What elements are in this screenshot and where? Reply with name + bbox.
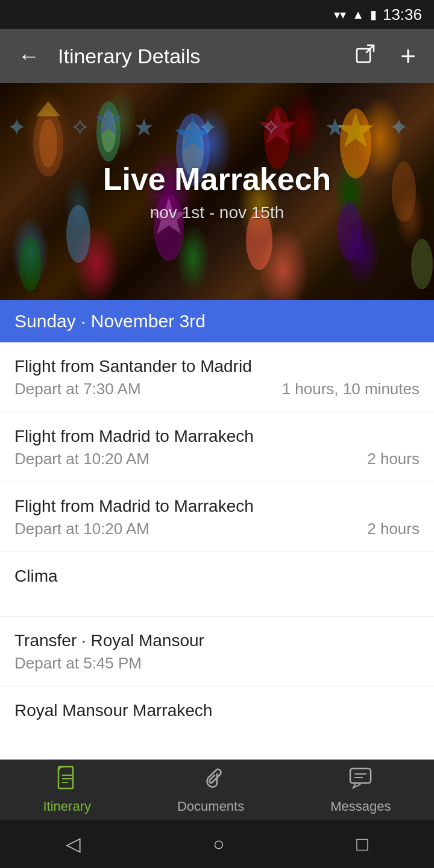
item-duration: 2 hours bbox=[367, 450, 420, 468]
tab-itinerary-label: Itinerary bbox=[43, 799, 90, 814]
svg-point-14 bbox=[66, 205, 90, 263]
list-item[interactable]: Flight from Madrid to Marrakech Depart a… bbox=[0, 412, 434, 482]
svg-point-12 bbox=[340, 108, 371, 178]
hero-title: Live Marrakech bbox=[103, 161, 332, 197]
hero-dates: nov 1st - nov 15th bbox=[103, 203, 332, 222]
item-subtitle: Depart at 5:45 PM bbox=[14, 654, 420, 673]
status-icons: ▾▾ ▲ ▮ 13:36 bbox=[334, 5, 422, 24]
item-title: Clima bbox=[14, 567, 420, 586]
item-subtitle: Depart at 7:30 AM 1 hours, 10 minutes bbox=[14, 380, 420, 398]
item-depart: Depart at 7:30 AM bbox=[14, 380, 141, 398]
list-item[interactable]: Flight from Santander to Madrid Depart a… bbox=[0, 342, 434, 412]
battery-icon: ▮ bbox=[370, 7, 377, 22]
wifi-icon: ▾▾ bbox=[334, 7, 346, 22]
list-item[interactable]: Clima bbox=[0, 552, 434, 617]
svg-rect-22 bbox=[58, 767, 73, 788]
messages-icon bbox=[348, 766, 373, 795]
list-item[interactable]: Royal Mansour Marrakech bbox=[0, 687, 434, 734]
hero-content: Live Marrakech nov 1st - nov 15th bbox=[103, 161, 332, 222]
item-duration: 1 hours, 10 minutes bbox=[282, 380, 420, 398]
item-title: Royal Mansour Marrakech bbox=[14, 701, 420, 720]
tab-messages-label: Messages bbox=[330, 799, 391, 814]
status-time: 13:36 bbox=[383, 5, 422, 24]
svg-marker-11 bbox=[259, 109, 295, 144]
tab-messages[interactable]: Messages bbox=[312, 760, 409, 820]
svg-point-19 bbox=[19, 237, 41, 291]
svg-point-21 bbox=[411, 239, 433, 289]
item-subtitle: Depart at 10:20 AM 2 hours bbox=[14, 520, 420, 538]
status-bar: ▾▾ ▲ ▮ 13:36 bbox=[0, 0, 434, 29]
item-title: Transfer · Royal Mansour bbox=[14, 631, 420, 650]
tab-documents[interactable]: Documents bbox=[159, 760, 262, 820]
itinerary-icon bbox=[56, 766, 78, 795]
export-button[interactable] bbox=[348, 37, 382, 76]
item-title: Flight from Madrid to Marrakech bbox=[14, 497, 420, 516]
date-header: Sunday · November 3rd bbox=[0, 300, 434, 342]
signal-icon: ▲ bbox=[352, 8, 364, 22]
system-recent-button[interactable]: □ bbox=[350, 827, 374, 861]
nav-bar: ← Itinerary Details + bbox=[0, 29, 434, 83]
svg-point-2 bbox=[39, 119, 57, 168]
item-subtitle: Depart at 10:20 AM 2 hours bbox=[14, 450, 420, 468]
system-back-button[interactable]: ◁ bbox=[60, 826, 87, 861]
tab-bar: Itinerary Documents Messages bbox=[0, 760, 434, 820]
tab-documents-label: Documents bbox=[177, 799, 244, 814]
svg-point-10 bbox=[264, 106, 291, 169]
page-title: Itinerary Details bbox=[58, 45, 336, 68]
add-button[interactable]: + bbox=[394, 35, 422, 77]
documents-icon bbox=[200, 766, 222, 795]
svg-marker-3 bbox=[36, 101, 60, 116]
item-depart: Depart at 5:45 PM bbox=[14, 654, 142, 673]
item-depart: Depart at 10:20 AM bbox=[14, 520, 149, 538]
list-item[interactable]: Flight from Madrid to Marrakech Depart a… bbox=[0, 482, 434, 552]
item-duration: 2 hours bbox=[367, 520, 420, 538]
system-nav-bar: ◁ ○ □ bbox=[0, 820, 434, 868]
hero-image: Live Marrakech nov 1st - nov 15th bbox=[0, 83, 434, 300]
item-depart: Depart at 10:20 AM bbox=[14, 450, 149, 468]
list-item[interactable]: Transfer · Royal Mansour Depart at 5:45 … bbox=[0, 617, 434, 687]
svg-point-18 bbox=[338, 202, 362, 260]
date-header-label: Sunday · November 3rd bbox=[14, 311, 206, 331]
system-home-button[interactable]: ○ bbox=[207, 827, 230, 861]
tab-itinerary[interactable]: Itinerary bbox=[25, 760, 108, 820]
item-title: Flight from Santander to Madrid bbox=[14, 357, 420, 376]
svg-rect-26 bbox=[350, 769, 371, 783]
svg-point-20 bbox=[392, 162, 416, 222]
item-title: Flight from Madrid to Marrakech bbox=[14, 427, 420, 446]
svg-point-5 bbox=[101, 110, 116, 153]
back-button[interactable]: ← bbox=[12, 37, 46, 75]
svg-marker-6 bbox=[95, 104, 122, 136]
itinerary-list: Flight from Santander to Madrid Depart a… bbox=[0, 342, 434, 734]
